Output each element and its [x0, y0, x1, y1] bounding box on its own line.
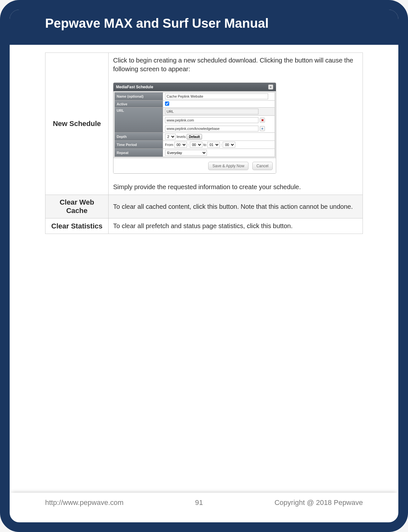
footer-copyright: Copyright @ 2018 Pepwave	[275, 498, 363, 507]
document-header: Pepwave MAX and Surf User Manual	[10, 10, 398, 45]
row-label-clear-web-cache: Clear Web Cache	[45, 195, 109, 218]
time-from-hour[interactable]: 00	[174, 142, 187, 148]
field-label-depth: Depth	[115, 133, 163, 141]
row-desc-clear-web-cache: To clear all cached content, click this …	[109, 195, 363, 218]
save-apply-button[interactable]: Save & Apply Now	[208, 162, 248, 170]
time-to-label: to	[203, 143, 206, 147]
settings-table: New Schedule Click to begin creating a n…	[45, 53, 363, 234]
time-to-min[interactable]: 00	[223, 142, 235, 148]
remove-icon[interactable]: ✖	[260, 118, 265, 123]
field-label-time: Time Period	[115, 141, 163, 149]
depth-select[interactable]: 2	[165, 134, 176, 140]
new-schedule-desc-top: Click to begin creating a new scheduled …	[113, 56, 358, 73]
footer-url: http://www.pepwave.com	[45, 498, 123, 507]
url-input-1[interactable]	[165, 117, 258, 123]
row-label-new-schedule: New Schedule	[45, 53, 109, 195]
field-label-url: URL	[115, 108, 163, 133]
footer-page-number: 91	[195, 498, 203, 507]
content-area: New Schedule Click to begin creating a n…	[10, 45, 398, 234]
active-checkbox[interactable]	[165, 102, 169, 106]
page-title: Pepwave MAX and Surf User Manual	[45, 16, 363, 31]
close-icon[interactable]: ×	[268, 84, 273, 90]
time-from-label: From	[165, 143, 173, 147]
repeat-select[interactable]: Everyday	[165, 150, 207, 156]
time-to-hour[interactable]: 01	[207, 142, 220, 148]
depth-levels-text: levels	[177, 135, 186, 139]
add-icon[interactable]: +	[260, 126, 265, 131]
dialog-title: MediaFast Schedule	[116, 85, 153, 89]
field-label-name: Name (optional)	[115, 92, 163, 101]
url-input-2[interactable]	[165, 126, 258, 131]
page-footer: http://www.pepwave.com 91 Copyright @ 20…	[10, 493, 398, 513]
field-label-repeat: Repeat	[115, 149, 163, 157]
row-desc-new-schedule: Click to begin creating a new scheduled …	[109, 53, 363, 195]
field-label-active: Active	[115, 101, 163, 108]
time-from-min[interactable]: 00	[190, 142, 202, 148]
depth-default-button[interactable]: Default	[187, 134, 202, 140]
url-header	[165, 109, 258, 114]
dialog-titlebar: MediaFast Schedule ×	[113, 83, 276, 91]
cancel-button[interactable]: Cancel	[252, 162, 273, 170]
mediafast-dialog-screenshot: MediaFast Schedule × Name (optional)	[113, 82, 358, 174]
row-desc-clear-statistics: To clear all prefetch and status page st…	[109, 218, 363, 234]
row-label-clear-statistics: Clear Statistics	[45, 218, 109, 234]
name-input[interactable]	[165, 93, 268, 99]
new-schedule-desc-bottom: Simply provide the requested information…	[113, 183, 358, 191]
